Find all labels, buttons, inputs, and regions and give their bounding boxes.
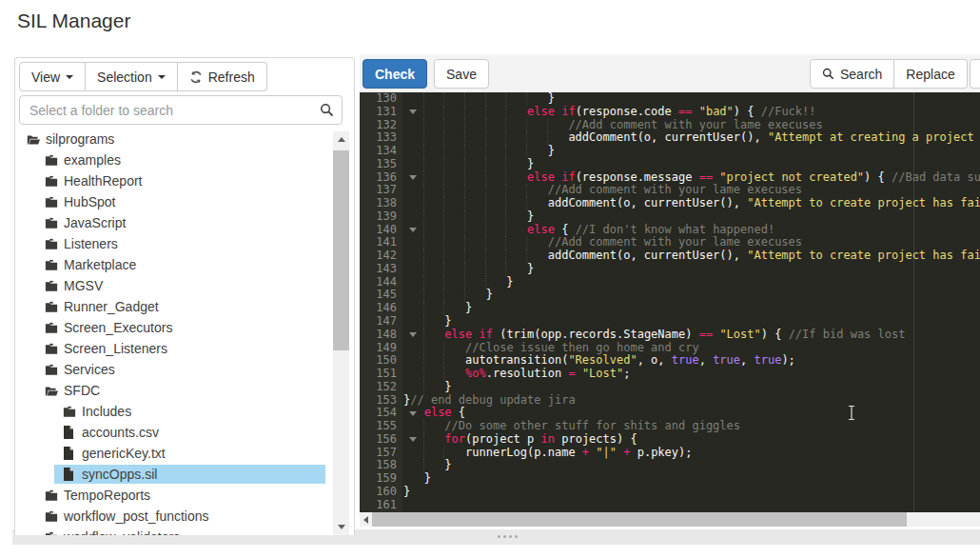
indent-guide [443,263,444,276]
folder-icon [45,280,58,292]
tree-item[interactable]: Screen_Listeners [15,338,354,359]
selection-button[interactable]: Selection [86,62,178,91]
tree-item[interactable]: genericKey.txt [15,443,354,464]
folder-icon [45,217,58,229]
tree-item[interactable]: silprograms [15,129,354,149]
scroll-up-icon[interactable] [333,131,349,148]
code-line: //Do some other stuff for shits and gigg… [402,420,980,433]
code-token: { [555,223,576,236]
indent-guide [464,171,465,185]
fold-arrow-icon[interactable] [409,228,417,232]
tree-item-label: MGSV [64,278,103,293]
tree-item[interactable]: Runner_Gadget [15,296,354,317]
code-token: .resolution [486,367,569,380]
indent-guide [443,119,444,132]
tree-toolbar: View Selection Refresh [19,62,267,91]
tree-item[interactable]: MGSV [15,275,354,296]
tree-item[interactable]: workflow_post_functions [15,506,354,527]
code-line: } [402,158,980,171]
indent-guide [485,119,486,132]
tree-item[interactable]: workflow_validators [15,527,354,535]
file-browser-panel: View Selection Refresh silprogramsexampl… [14,57,355,535]
folder-search-input[interactable] [19,95,343,125]
view-button[interactable]: View [19,62,86,91]
indent-guide [443,224,444,237]
tree-scrollbar-thumb[interactable] [333,150,349,350]
mouse-ibeam-cursor [847,405,856,425]
folder-icon [45,196,58,209]
code-token: addComment(o, currentUser(), [403,130,768,144]
scroll-down-icon[interactable] [333,519,349,535]
code-token: == [699,170,713,184]
code-area[interactable]: } else if(response.code == "bad") { //Fu… [402,92,980,512]
folder-icon [45,301,58,313]
refresh-button[interactable]: Refresh [178,62,267,91]
tree-item[interactable]: examples [15,149,354,170]
check-button[interactable]: Check [363,59,427,89]
tree-item[interactable]: SFDC [15,380,354,401]
tree-item[interactable]: Marketplace [15,254,354,275]
tree-item-label: syncOpps.sil [82,467,157,482]
search-button[interactable]: Search [810,59,894,89]
indent-guide [423,276,424,289]
tree-item-label: silprograms [46,131,114,147]
replace-button[interactable]: Replace [894,59,967,89]
indent-guide [485,276,486,289]
code-line: runnerLog(p.name + "|" + p.pkey); [402,447,980,460]
tree-item-label: workflow_validators [64,529,180,535]
code-token: else if [444,328,493,341]
line-number: 152 [360,381,402,394]
save-button[interactable]: Save [434,59,489,89]
tree-item-label: Services [64,362,115,377]
indent-guide [443,158,444,171]
code-token: //Bad data sucks [892,170,980,184]
tree-item[interactable]: TempoReports [15,485,354,506]
indent-guide [423,447,424,460]
code-token: } [403,471,431,485]
editor-horizontal-scrollbar[interactable] [360,512,980,527]
indent-guide [485,249,486,263]
indent-guide [423,315,424,329]
tree-item[interactable]: syncOpps.sil [15,464,354,485]
fold-arrow-icon[interactable] [409,437,417,442]
tree-item[interactable]: Services [15,359,354,380]
line-number: 131 [360,106,402,119]
fold-arrow-icon[interactable] [409,332,417,337]
indent-guide [443,354,444,368]
editor-hscrollbar-thumb[interactable] [372,512,907,527]
code-token: // end debug update jira [410,393,575,407]
clipped-toolbar-button[interactable] [970,59,980,89]
tree-item[interactable]: HealthReport [15,170,354,191]
code-token: runnerLog(p.name [403,446,582,459]
editor-toolbar: Check Save Search Replace [360,54,980,92]
indent-guide [485,106,486,119]
tree-item[interactable]: HubSpot [15,191,354,212]
line-number: 144 [360,276,402,289]
code-token: p.pkey); [630,446,692,459]
indent-guide [526,92,527,106]
scroll-left-icon[interactable] [360,512,372,527]
folder-icon [45,510,58,523]
fold-arrow-icon[interactable] [409,411,417,416]
tree-scrollbar[interactable] [333,131,349,535]
indent-guide [464,184,465,197]
indent-guide [485,158,486,171]
tree-item[interactable]: Includes [15,401,354,422]
code-line: } [402,459,980,472]
tree-item[interactable]: JavaScript [15,212,354,233]
code-editor[interactable]: 1301311321331341351361371381391401411421… [360,92,980,512]
indent-guide [423,145,424,158]
tree-item[interactable]: Screen_Executors [15,317,354,338]
indent-guide [505,158,506,171]
code-token [403,367,465,380]
tree-item[interactable]: accounts.csv [15,422,354,443]
fold-arrow-icon[interactable] [409,175,417,180]
code-line: %o%.resolution = "Lost"; [402,368,980,381]
tree-item-label: Includes [82,404,131,419]
indent-guide [423,381,424,394]
search-icon [320,103,334,121]
fold-arrow-icon[interactable] [409,110,417,114]
code-line: addComment(o, currentUser(), "Attempt to… [402,249,980,263]
line-number: 135 [360,158,402,171]
tree-item[interactable]: Listeners [15,233,354,254]
